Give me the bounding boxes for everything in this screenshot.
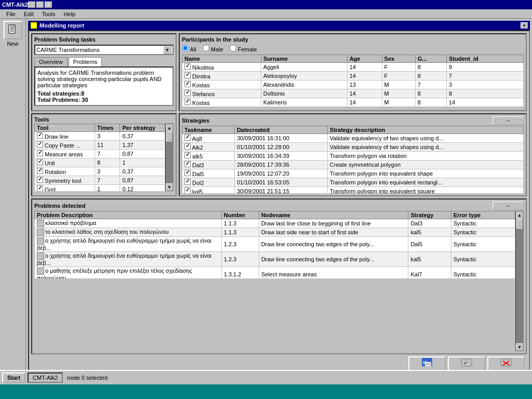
strategies-arrow-button[interactable]: →: [493, 116, 524, 125]
table-row[interactable]: Kostas Alexandridis 13 M 7 3: [182, 81, 524, 89]
strategy-desc: Transform polygon into equivalent rectan…: [327, 178, 523, 187]
menu-edit[interactable]: Edit: [20, 10, 38, 18]
tool-per: 0,87: [120, 176, 165, 185]
table-row[interactable]: ο χρήστης απλά δημιουργεί ένα ευθύγραμμο…: [35, 237, 515, 252]
start-button[interactable]: Start: [2, 373, 25, 383]
participant-checkbox[interactable]: [184, 72, 191, 78]
menu-help[interactable]: Help: [59, 10, 79, 18]
table-row[interactable]: Unit 8 1: [35, 158, 165, 167]
problem-desc: κλασσικό πρόβλημα: [35, 219, 222, 228]
table-row[interactable]: Nikolitsa Aggeli 14 F 8 9: [182, 63, 524, 72]
tab-overview[interactable]: Overview: [34, 57, 68, 66]
radio-female[interactable]: Female: [230, 45, 257, 52]
problem-error: Syntactic: [451, 252, 515, 267]
minimize-button[interactable]: _: [28, 2, 35, 8]
participant-id: 7: [446, 72, 523, 81]
strategies-table: Taskname Datecreated Strategy descriptio…: [182, 126, 524, 193]
table-row[interactable]: Kostas Kalimeris 14 M 8 14: [182, 98, 524, 107]
participants-table: Name Surname Age Sex G... Student_id: [182, 55, 524, 107]
close-button[interactable]: ×: [45, 2, 52, 8]
participant-id: 3: [446, 81, 523, 89]
strategies-table-scroll[interactable]: Taskname Datecreated Strategy descriptio…: [182, 126, 524, 193]
maximize-button[interactable]: □: [36, 2, 44, 8]
tools-scrollbar[interactable]: ▲ ▼: [165, 124, 174, 191]
sidebar: New: [0, 19, 26, 384]
tool-times: 3: [95, 167, 120, 176]
taskbar-app-item[interactable]: CMT-Alk2: [28, 373, 63, 383]
participant-checkbox[interactable]: [184, 63, 191, 70]
dialog-close-button[interactable]: ×: [521, 22, 528, 29]
problems-table-scroll[interactable]: Problem Description Number Nodename Stra…: [34, 211, 515, 278]
tools-scroll-up[interactable]: ▲: [166, 124, 173, 131]
new-button[interactable]: [4, 21, 22, 39]
overview-description: Analysis for CARME Transformations probl…: [37, 70, 162, 88]
table-row[interactable]: Alk2 01/10/2001 12:28:00 Validate equiva…: [182, 143, 524, 152]
strategy-checkbox[interactable]: [184, 188, 191, 193]
participant-checkbox[interactable]: [184, 81, 191, 87]
table-row[interactable]: ο μαθητής επέλεξε μέτρηση πριν επιλέξει …: [35, 267, 515, 278]
tools-scroll-down[interactable]: ▼: [166, 183, 173, 191]
strategies-col-desc: Strategy description: [327, 126, 523, 134]
problems-arrow-button[interactable]: →: [493, 202, 524, 210]
table-row[interactable]: το κλασσικό λάθος στη σχεδίαση του πολυγ…: [35, 228, 515, 237]
table-row[interactable]: Rotation 3 0,37: [35, 167, 165, 176]
strategy-date: 30/09/2001 16:31:00: [234, 134, 327, 143]
problems-scrollbar[interactable]: ▲ ▼: [515, 211, 524, 351]
table-row[interactable]: κλασσικό πρόβλημα 1.1.3 Draw last line c…: [35, 219, 515, 228]
strategy-checkbox[interactable]: [184, 135, 191, 141]
tool-checkbox[interactable]: [37, 150, 43, 156]
problem-node: Draw line connecting two edges of the po…: [259, 237, 408, 252]
table-row[interactable]: Copy Paste ... 11 1,37: [35, 141, 165, 150]
table-row[interactable]: ο χρήστης απλά δημιουργεί ένα ευθύγραμμο…: [35, 252, 515, 267]
participants-table-scroll[interactable]: Name Surname Age Sex G... Student_id: [182, 55, 524, 107]
tab-problems[interactable]: Problems: [69, 57, 102, 66]
tool-checkbox[interactable]: [37, 168, 43, 174]
table-row[interactable]: alk5 30/09/2001 16:34:39 Transform polyg…: [182, 152, 524, 161]
strategy-checkbox[interactable]: [184, 170, 191, 176]
problem-solving-title: Problem Solving tasks: [34, 36, 174, 43]
radio-male[interactable]: Male: [203, 45, 223, 52]
strategy-checkbox[interactable]: [184, 161, 191, 167]
tool-checkbox[interactable]: [37, 185, 43, 191]
tools-table-scroll[interactable]: Tool Times Per strategy Draw line 3 0,37: [34, 124, 165, 191]
radio-all[interactable]: All: [182, 45, 196, 52]
menu-tools[interactable]: Tools: [38, 10, 60, 18]
participant-checkbox[interactable]: [184, 99, 191, 105]
problem-solving-panel: Problem Solving tasks CARME Transformati…: [31, 33, 177, 111]
table-row[interactable]: Measure areas 7 0,87: [35, 150, 165, 158]
tool-checkbox[interactable]: [37, 177, 43, 183]
strategy-checkbox[interactable]: [184, 143, 191, 150]
new-label: New: [7, 41, 18, 47]
table-row[interactable]: Dimitra Aleksopoyloy 14 F 8 7: [182, 72, 524, 81]
tools-table-container: Tool Times Per strategy Draw line 3 0,37: [34, 124, 174, 191]
strategies-title: Strategies: [182, 117, 209, 124]
table-row[interactable]: Dal3 28/09/2001 17:39:36 Create symmetri…: [182, 161, 524, 169]
strategy-desc: Create symmetrical polygon: [327, 161, 523, 169]
problem-strategy: Kal7: [408, 267, 451, 278]
participant-checkbox[interactable]: [184, 90, 191, 96]
strategy-checkbox[interactable]: [184, 152, 191, 158]
tool-checkbox[interactable]: [37, 141, 43, 148]
table-row[interactable]: Dal5 19/09/2001 12:07:20 Transform polyg…: [182, 169, 524, 178]
problems-scroll-up[interactable]: ▲: [516, 211, 523, 219]
participant-name: Kostas: [182, 81, 261, 89]
table-row[interactable]: Aq8 30/09/2001 16:31:00 Validate equival…: [182, 134, 524, 143]
problems-panel: Problems detected → Problem Description …: [31, 198, 527, 354]
table-row[interactable]: kal5 30/09/2001 21:51:15 Transform polyg…: [182, 187, 524, 194]
table-row[interactable]: Grid 1 0,12: [35, 185, 165, 192]
strategy-checkbox[interactable]: [184, 179, 191, 185]
tool-checkbox[interactable]: [37, 159, 43, 165]
problem-desc: ο χρήστης απλά δημιουργεί ένα ευθύγραμμο…: [35, 252, 222, 267]
problems-scroll-down[interactable]: ▼: [516, 343, 523, 351]
table-row[interactable]: Draw line 3 0,37: [35, 132, 165, 141]
strategy-date: 30/09/2001 21:51:15: [234, 187, 327, 194]
participant-surname: Kalimeris: [261, 98, 347, 107]
table-row[interactable]: Stefanos Doltsinis 14 M 8 8: [182, 89, 524, 98]
strategy-date: 01/10/2001 12:28:00: [234, 143, 327, 152]
table-row[interactable]: Dol2 01/10/2001 16:53:05 Transform polyg…: [182, 178, 524, 187]
tool-times: 8: [95, 158, 120, 167]
menu-file[interactable]: File: [2, 10, 20, 18]
tool-checkbox[interactable]: [37, 132, 43, 139]
table-row[interactable]: Symmetry tool 7 0,87: [35, 176, 165, 185]
task-dropdown[interactable]: CARME Transformations ▼: [34, 45, 174, 55]
